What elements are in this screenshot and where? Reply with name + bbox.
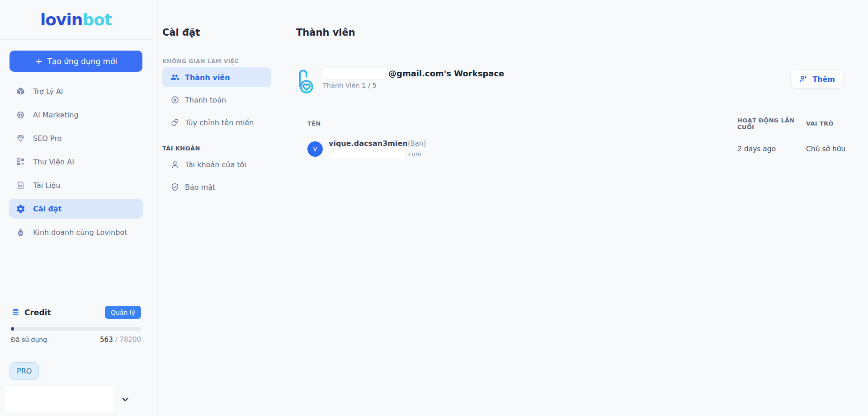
coins-icon (11, 308, 21, 318)
member-name: vique.dacsan3mien(Bạn) (329, 139, 426, 148)
credit-section: Credit Quản lý Đã sử dụng 563 / 78200 (0, 306, 152, 344)
member-role: Chủ sở hữu (806, 145, 854, 153)
settings-item-tai-khoan[interactable]: Tài khoản của tôi (162, 154, 271, 174)
sidebar-item-label: AI Marketing (33, 111, 79, 119)
settings-item-ten-mien[interactable]: Tùy chỉnh tên miền (162, 112, 271, 132)
logo-text: lovinbot (40, 10, 112, 29)
column-header-role: VAI TRÒ (806, 120, 854, 127)
column-header-name: TÊN (296, 120, 737, 127)
shield-check-icon (170, 182, 179, 192)
workspace-members-count: Thành Viên 1 / 5 (323, 82, 504, 89)
coin-icon (170, 95, 179, 104)
sidebar-item-cai-dat[interactable]: Cài đặt (9, 199, 143, 219)
qr-grid-icon (16, 157, 25, 167)
panel-divider (281, 18, 281, 416)
settings-title: Cài đặt (162, 0, 271, 38)
settings-item-label: Bảo mật (185, 183, 215, 192)
settings-item-thanh-vien[interactable]: Thành viên (162, 67, 271, 87)
sidebar: lovinbot Tạo ứng dụng mới Trợ Lý AI AI M… (0, 0, 152, 416)
app-logo: lovinbot (0, 0, 152, 40)
sidebar-item-seo-pro[interactable]: SEO Pro (9, 128, 143, 148)
sidebar-item-ai-marketing[interactable]: AI Marketing (9, 105, 143, 125)
workspace-name: @gmail.com's Workspace (388, 69, 504, 78)
settings-nav-panel: Cài đặt KHÔNG GIAN LÀM VIỆC Thành viên T… (152, 0, 281, 416)
member-avatar: v (307, 141, 323, 157)
manage-credit-button[interactable]: Quản lý (105, 306, 141, 319)
sidebar-nav: Trợ Lý AI AI Marketing SEO Pro Thư Viện … (0, 78, 152, 306)
logo-primary: lovin (40, 10, 83, 29)
credit-progress-bar (11, 327, 141, 331)
cube-icon (16, 87, 25, 96)
workspace-name-redaction (323, 67, 388, 79)
money-bag-icon: $ (16, 228, 25, 237)
member-last-activity: 2 days ago (737, 145, 806, 153)
workspace-logo-icon (296, 68, 317, 94)
chevron-down-icon[interactable] (120, 394, 130, 404)
credit-usage-values: 563 / 78200 (100, 336, 141, 344)
person-add-icon (799, 75, 808, 84)
sidebar-item-label: Thư Viện AI (33, 158, 74, 166)
settings-item-label: Thành viên (185, 73, 230, 82)
svg-text:$: $ (20, 232, 22, 234)
settings-item-label: Thanh toán (185, 96, 226, 104)
sidebar-item-label: SEO Pro (33, 134, 61, 143)
members-table: TÊN HOẠT ĐỘNG LẦN CUỐI VAI TRÒ v vique.d… (296, 114, 854, 165)
plan-section: PRO (0, 353, 152, 416)
settings-item-bao-mat[interactable]: Bảo mật (162, 177, 271, 197)
account-box-redacted[interactable] (5, 386, 114, 412)
sidebar-item-label: Kinh doanh cùng Lovinbot (33, 228, 127, 237)
member-name-suffix: (Bạn) (408, 140, 426, 148)
column-header-last-activity: HOẠT ĐỘNG LẦN CUỐI (737, 117, 806, 131)
plan-badge[interactable]: PRO (9, 362, 39, 380)
domains-icon (170, 118, 179, 127)
section-label-account: TÀI KHOẢN (162, 145, 271, 152)
page-title: Thành viên (296, 0, 854, 38)
logo-accent: bot (82, 10, 112, 29)
credit-used-label: Đã sử dụng (11, 336, 47, 343)
sidebar-item-label: Trợ Lý AI (33, 87, 63, 96)
sidebar-item-label: Cài đặt (33, 205, 62, 213)
add-member-label: Thêm (812, 75, 835, 84)
sidebar-item-label: Tài Liệu (33, 181, 61, 190)
users-icon (170, 73, 179, 82)
create-app-label: Tạo ứng dụng mới (47, 57, 118, 66)
settings-item-label: Tùy chỉnh tên miền (185, 118, 254, 127)
workspace-header: @gmail.com's Workspace Thành Viên 1 / 5 … (296, 67, 854, 94)
sidebar-item-kinh-doanh[interactable]: $ Kinh doanh cùng Lovinbot (9, 222, 143, 242)
sidebar-item-tai-lieu[interactable]: Tài Liệu (9, 175, 143, 195)
add-member-button[interactable]: Thêm (790, 70, 844, 89)
gem-icon (16, 134, 25, 143)
plus-icon (35, 57, 43, 65)
member-email-redaction (329, 149, 406, 159)
document-icon (16, 181, 25, 190)
sidebar-item-thu-vien-ai[interactable]: Thư Viện AI (9, 152, 143, 172)
table-row[interactable]: v vique.dacsan3mien(Bạn) com 2 days ago … (296, 133, 854, 165)
table-header: TÊN HOẠT ĐỘNG LẦN CUỐI VAI TRÒ (296, 114, 854, 133)
main-content: Thành viên @gmail.com's Workspace (281, 0, 868, 416)
gear-icon (16, 204, 25, 214)
sphere-icon (16, 110, 25, 120)
create-app-button[interactable]: Tạo ứng dụng mới (9, 51, 142, 72)
credit-title: Credit (24, 308, 51, 317)
person-icon (170, 160, 179, 169)
member-email: com (329, 149, 426, 159)
sidebar-item-tro-ly-ai[interactable]: Trợ Lý AI (9, 81, 143, 101)
settings-item-label: Tài khoản của tôi (185, 160, 246, 169)
settings-item-thanh-toan[interactable]: Thanh toán (162, 90, 271, 110)
credit-progress-fill (11, 327, 14, 331)
section-label-workspace: KHÔNG GIAN LÀM VIỆC (162, 58, 271, 65)
